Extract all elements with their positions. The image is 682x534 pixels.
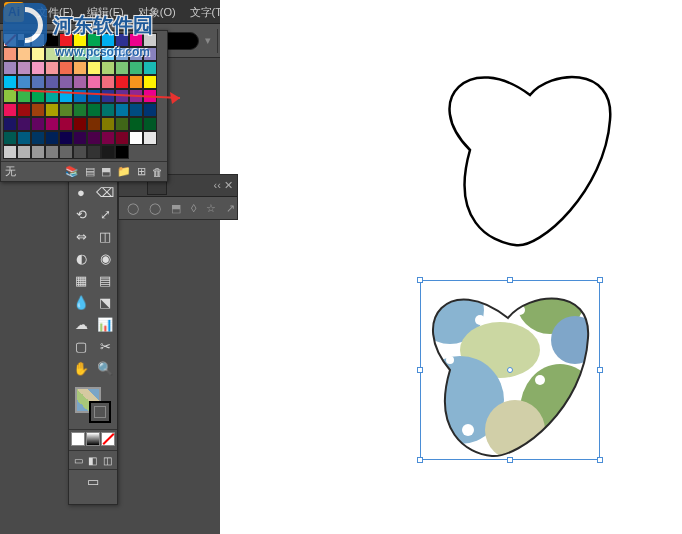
tool-blend[interactable]: ⬔ [93,291,117,313]
screen-mode-button[interactable]: ▭ [81,470,105,492]
handle-top-mid[interactable] [507,277,513,283]
swatch-color[interactable] [101,145,115,159]
swatch-color[interactable] [129,117,143,131]
swatch-menu-icon[interactable]: ▤ [85,165,95,178]
handle-mid-right[interactable] [597,367,603,373]
tool-scale[interactable]: ⤢ [93,203,117,225]
handle-bottom-right[interactable] [597,457,603,463]
tool-width[interactable]: ⇔ [69,225,93,247]
swatch-color[interactable] [17,61,31,75]
graphic-style-icon[interactable]: ↗ [226,202,235,215]
swatch-color[interactable] [87,103,101,117]
graphic-style-icon[interactable]: ◯ [149,202,161,215]
tool-blob-brush[interactable]: ● [69,181,93,203]
swatch-color[interactable] [87,89,101,103]
swatch-color[interactable] [31,89,45,103]
swatch-color[interactable] [3,89,17,103]
handle-top-left[interactable] [417,277,423,283]
swatch-color[interactable] [3,61,17,75]
graphic-style-icon[interactable]: ☆ [206,202,216,215]
swatch-color[interactable] [73,89,87,103]
swatch-color[interactable] [129,89,143,103]
swatch-color[interactable] [45,89,59,103]
swatch-color[interactable] [17,89,31,103]
swatch-color[interactable] [45,61,59,75]
tool-symbol-sprayer[interactable]: ☁ [69,313,93,335]
swatch-color[interactable] [101,89,115,103]
swatch-color[interactable] [17,117,31,131]
swatch-color[interactable] [87,61,101,75]
tool-artboard[interactable]: ▢ [69,335,93,357]
swatch-color[interactable] [31,145,45,159]
swatch-color[interactable] [45,103,59,117]
swatch-color[interactable] [59,131,73,145]
swatch-color[interactable] [31,103,45,117]
swatch-color[interactable] [59,75,73,89]
handle-center[interactable] [507,367,513,373]
swatch-color[interactable] [129,75,143,89]
swatch-color[interactable] [3,47,17,61]
new-group-icon[interactable]: 📁 [117,165,131,178]
swatch-color[interactable] [143,75,157,89]
swatch-color[interactable] [31,47,45,61]
swatch-color[interactable] [143,61,157,75]
tool-eyedropper[interactable]: 💧 [69,291,93,313]
panel-collapse-icon[interactable]: ‹‹ ✕ [214,179,237,192]
swatch-color[interactable] [129,103,143,117]
swatch-color[interactable] [45,131,59,145]
swatch-color[interactable] [31,117,45,131]
tool-eraser[interactable]: ⌫ [93,181,117,203]
swatch-color[interactable] [59,117,73,131]
swatch-color[interactable] [73,131,87,145]
swatch-color[interactable] [59,103,73,117]
swatch-color[interactable] [115,145,129,159]
swatch-color[interactable] [87,145,101,159]
graphic-style-icon[interactable]: ◯ [127,202,139,215]
swatch-color[interactable] [115,117,129,131]
swatch-color[interactable] [45,117,59,131]
handle-bottom-mid[interactable] [507,457,513,463]
swatch-color[interactable] [17,47,31,61]
swatch-color[interactable] [101,117,115,131]
swatch-color[interactable] [3,75,17,89]
swatch-color[interactable] [87,117,101,131]
fill-mode-color[interactable] [71,432,85,446]
swatch-color[interactable] [73,117,87,131]
tool-slice[interactable]: ✂ [93,335,117,357]
swatch-color[interactable] [101,103,115,117]
tool-zoom[interactable]: 🔍 [93,357,117,379]
swatch-color[interactable] [143,117,157,131]
graphic-style-icon[interactable]: ◊ [191,202,196,214]
tool-gradient[interactable]: ▤ [93,269,117,291]
swatch-color[interactable] [45,145,59,159]
selection-bounding-box[interactable] [420,280,600,460]
swatch-color[interactable] [59,89,73,103]
swatch-color[interactable] [143,103,157,117]
swatch-color[interactable] [73,61,87,75]
swatch-color[interactable] [17,131,31,145]
swatch-color[interactable] [59,145,73,159]
swatch-color[interactable] [129,61,143,75]
swatch-color[interactable] [73,103,87,117]
swatch-color[interactable] [115,131,129,145]
swatch-color[interactable] [3,117,17,131]
swatch-color[interactable] [3,145,17,159]
tool-free-transform[interactable]: ◫ [93,225,117,247]
swatch-color[interactable] [143,89,157,103]
swatch-color[interactable] [31,131,45,145]
tool-hand[interactable]: ✋ [69,357,93,379]
tool-mesh[interactable]: ▦ [69,269,93,291]
graphic-style-icon[interactable]: ⬒ [171,202,181,215]
swatch-color[interactable] [101,131,115,145]
new-swatch-icon[interactable]: ⊞ [137,165,146,178]
artboard-canvas[interactable] [220,0,682,534]
swatch-color[interactable] [31,61,45,75]
swatch-color[interactable] [17,145,31,159]
tool-column-graph[interactable]: 📊 [93,313,117,335]
stroke-swatch[interactable] [89,401,111,423]
swatch-color[interactable] [73,145,87,159]
swatch-color[interactable] [101,75,115,89]
swatch-color[interactable] [31,75,45,89]
fill-mode-gradient[interactable] [86,432,100,446]
swatch-color[interactable] [45,75,59,89]
